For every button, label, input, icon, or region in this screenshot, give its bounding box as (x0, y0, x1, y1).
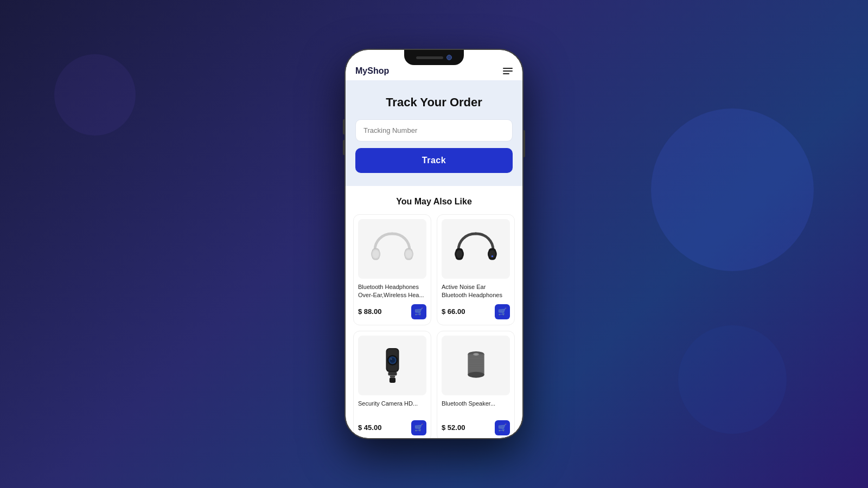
product-image-3 (358, 336, 426, 395)
tracking-number-input[interactable] (355, 119, 513, 142)
product-footer-1: $ 88.00 🛒 (358, 304, 426, 319)
top-bar: MyShop (346, 50, 522, 80)
product-image-4 (442, 336, 510, 395)
cart-icon-1: 🛒 (414, 307, 423, 316)
cart-icon-2: 🛒 (498, 307, 507, 316)
product-name-2: Active Noise Ear Bluetooth Headphones (442, 283, 510, 300)
cart-icon-4: 🛒 (498, 423, 507, 432)
product-price-3: $ 45.00 (358, 423, 381, 432)
phone-screen: MyShop Track Your Order Track You May A (344, 49, 524, 439)
product-name-1: Bluetooth Headphones Over-Ear,Wireless H… (358, 283, 426, 300)
svg-point-36 (474, 353, 478, 355)
cart-icon-3: 🛒 (414, 423, 423, 432)
product-price-1: $ 88.00 (358, 307, 381, 316)
svg-rect-25 (389, 377, 395, 383)
product-image-1 (358, 219, 426, 279)
recommendations-title: You May Also Like (353, 197, 515, 207)
product-image-2 (442, 219, 510, 279)
svg-point-13 (456, 250, 462, 258)
add-to-cart-button-1[interactable]: 🛒 (411, 304, 426, 319)
svg-point-22 (390, 358, 392, 359)
products-grid: Bluetooth Headphones Over-Ear,Wireless H… (353, 214, 515, 438)
recommendations-section: You May Also Like (346, 186, 522, 438)
svg-rect-24 (390, 375, 395, 377)
product-name-3: Security Camera HD... (358, 400, 426, 416)
speaker-icon (461, 344, 491, 387)
track-button[interactable]: Track (355, 148, 513, 173)
add-to-cart-button-2[interactable]: 🛒 (495, 304, 510, 319)
svg-point-5 (373, 250, 379, 258)
notch (404, 50, 464, 65)
camera-icon (375, 344, 410, 387)
product-footer-4: $ 52.00 🛒 (442, 420, 510, 435)
product-card-2[interactable]: Active Noise Ear Bluetooth Headphones $ … (437, 214, 515, 325)
scroll-content[interactable]: Track Your Order Track You May Also Like (346, 80, 522, 438)
product-footer-3: $ 45.00 🛒 (358, 420, 426, 435)
product-card-1[interactable]: Bluetooth Headphones Over-Ear,Wireless H… (353, 214, 431, 325)
track-order-section: Track Your Order Track (346, 80, 522, 186)
svg-point-7 (406, 250, 412, 258)
product-price-4: $ 52.00 (442, 423, 465, 432)
add-to-cart-button-4[interactable]: 🛒 (495, 420, 510, 435)
product-card-4[interactable]: Bluetooth Speaker... $ 52.00 🛒 (437, 331, 515, 438)
phone-frame: MyShop Track Your Order Track You May A (344, 49, 524, 439)
add-to-cart-button-3[interactable]: 🛒 (411, 420, 426, 435)
svg-rect-27 (468, 354, 484, 375)
headphone-white-icon (371, 227, 414, 271)
front-camera (446, 55, 452, 60)
product-card-3[interactable]: Security Camera HD... $ 45.00 🛒 (353, 331, 431, 438)
app-logo: MyShop (355, 57, 389, 76)
svg-point-16 (492, 255, 493, 257)
product-footer-2: $ 66.00 🛒 (442, 304, 510, 319)
menu-icon[interactable] (503, 59, 513, 74)
svg-rect-23 (388, 372, 397, 375)
notch-bar (416, 56, 443, 59)
product-price-2: $ 66.00 (442, 307, 465, 316)
svg-point-28 (468, 371, 484, 377)
track-title: Track Your Order (355, 95, 513, 110)
power-button (524, 130, 525, 157)
product-name-4: Bluetooth Speaker... (442, 400, 510, 416)
headphone-black-icon (454, 227, 497, 271)
